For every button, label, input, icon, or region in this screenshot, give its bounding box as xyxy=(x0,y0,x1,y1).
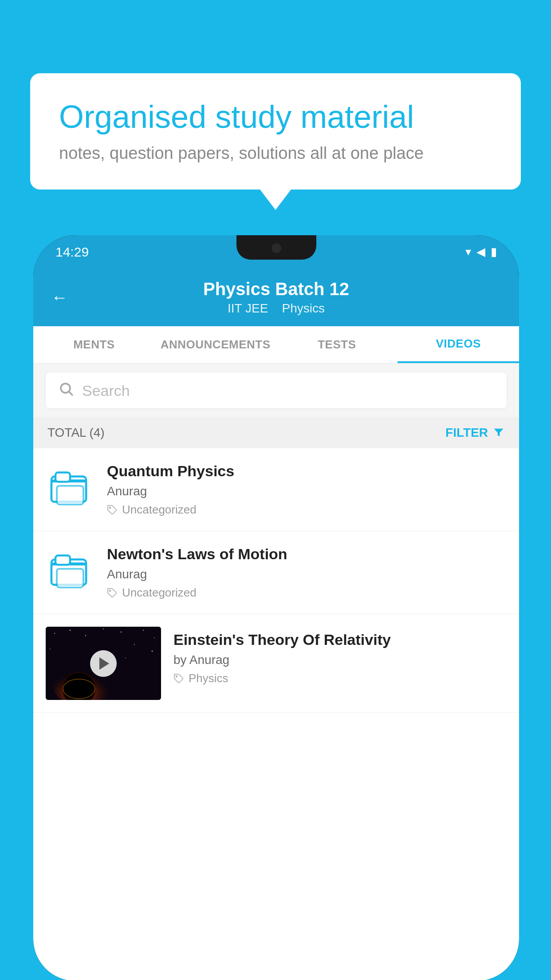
video-list: Quantum Physics Anurag Uncategorized xyxy=(33,448,519,713)
video-tag: Uncategorized xyxy=(107,503,507,517)
search-icon xyxy=(58,381,74,401)
back-button[interactable]: ← xyxy=(51,288,68,307)
svg-rect-5 xyxy=(57,486,83,504)
search-container: Search xyxy=(33,364,519,417)
svg-point-19 xyxy=(154,637,155,638)
video-author: Anurag xyxy=(107,567,507,581)
phone-content: MENTS ANNOUNCEMENTS TESTS VIDEOS Search … xyxy=(33,326,519,980)
svg-point-15 xyxy=(85,635,86,636)
video-info: Newton's Laws of Motion Anurag Uncategor… xyxy=(107,545,507,600)
folder-icon xyxy=(50,549,90,591)
svg-point-18 xyxy=(143,630,144,631)
svg-point-11 xyxy=(110,590,111,591)
header-tag-physics: Physics xyxy=(282,301,324,315)
video-info: Quantum Physics Anurag Uncategorized xyxy=(107,462,507,517)
tab-tests[interactable]: TESTS xyxy=(276,326,398,363)
play-icon xyxy=(99,657,109,670)
filter-label: FILTER xyxy=(445,426,488,440)
speech-bubble: Organised study material notes, question… xyxy=(30,73,521,190)
tag-icon xyxy=(107,505,118,515)
svg-point-21 xyxy=(134,644,135,645)
video-author: by Anurag xyxy=(173,653,507,667)
svg-point-17 xyxy=(121,632,122,633)
header-subtitle: IIT JEE Physics xyxy=(228,301,325,316)
svg-point-28 xyxy=(176,676,177,677)
status-bar: 14:29 ▾ ◀ ▮ xyxy=(33,235,519,269)
tag-label: Uncategorized xyxy=(122,586,197,600)
svg-point-13 xyxy=(54,633,55,634)
notch xyxy=(236,235,316,260)
video-tag: Physics xyxy=(173,672,507,685)
folder-icon xyxy=(50,466,90,508)
filter-button[interactable]: FILTER xyxy=(445,426,505,440)
tab-videos[interactable]: VIDEOS xyxy=(398,326,519,363)
video-tag: Uncategorized xyxy=(107,586,507,600)
tag-label: Uncategorized xyxy=(122,503,197,517)
phone-shell: 14:29 ▾ ◀ ▮ ← Physics Batch 12 IIT JEE P… xyxy=(33,235,519,980)
tab-announcements[interactable]: ANNOUNCEMENTS xyxy=(155,326,276,363)
video-thumbnail xyxy=(46,627,161,700)
front-camera xyxy=(272,243,281,253)
list-item[interactable]: Quantum Physics Anurag Uncategorized xyxy=(33,448,519,531)
wifi-icon: ▾ xyxy=(465,245,471,259)
svg-rect-10 xyxy=(57,569,83,587)
svg-point-0 xyxy=(61,383,70,393)
folder-icon-container xyxy=(46,462,94,511)
search-bar[interactable]: Search xyxy=(46,373,507,408)
total-count: TOTAL (4) xyxy=(47,426,105,440)
header-title: Physics Batch 12 xyxy=(203,279,349,299)
video-author: Anurag xyxy=(107,484,507,498)
folder-icon-container xyxy=(46,545,94,594)
svg-line-1 xyxy=(69,391,73,395)
tag-icon xyxy=(173,673,184,684)
svg-rect-9 xyxy=(55,555,70,565)
status-time: 14:29 xyxy=(55,245,89,260)
svg-point-22 xyxy=(152,651,153,652)
filter-bar: TOTAL (4) FILTER xyxy=(33,417,519,448)
status-icons: ▾ ◀ ▮ xyxy=(465,245,497,259)
svg-point-23 xyxy=(125,657,126,658)
tag-label: Physics xyxy=(189,672,228,685)
battery-icon: ▮ xyxy=(491,245,497,259)
video-info: Einstein's Theory Of Relativity by Anura… xyxy=(161,627,507,690)
video-title: Quantum Physics xyxy=(107,462,507,480)
svg-rect-4 xyxy=(55,472,70,482)
svg-point-6 xyxy=(110,507,111,508)
header-tag-iit: IIT JEE xyxy=(228,301,268,315)
search-placeholder: Search xyxy=(82,382,130,399)
filter-icon xyxy=(492,427,505,439)
svg-point-14 xyxy=(70,630,71,631)
signal-icon: ◀ xyxy=(476,245,485,259)
tag-icon xyxy=(107,588,118,598)
list-item[interactable]: Einstein's Theory Of Relativity by Anura… xyxy=(33,614,519,713)
bubble-subtitle: notes, question papers, solutions all at… xyxy=(59,144,492,163)
list-item[interactable]: Newton's Laws of Motion Anurag Uncategor… xyxy=(33,531,519,614)
video-title: Einstein's Theory Of Relativity xyxy=(173,631,507,648)
bubble-title: Organised study material xyxy=(59,98,492,136)
play-button[interactable] xyxy=(90,650,117,677)
video-title: Newton's Laws of Motion xyxy=(107,545,507,563)
tab-ments[interactable]: MENTS xyxy=(33,326,155,363)
svg-point-20 xyxy=(50,648,51,649)
app-header: ← Physics Batch 12 IIT JEE Physics xyxy=(33,269,519,326)
svg-point-16 xyxy=(103,628,104,629)
tab-bar: MENTS ANNOUNCEMENTS TESTS VIDEOS xyxy=(33,326,519,364)
